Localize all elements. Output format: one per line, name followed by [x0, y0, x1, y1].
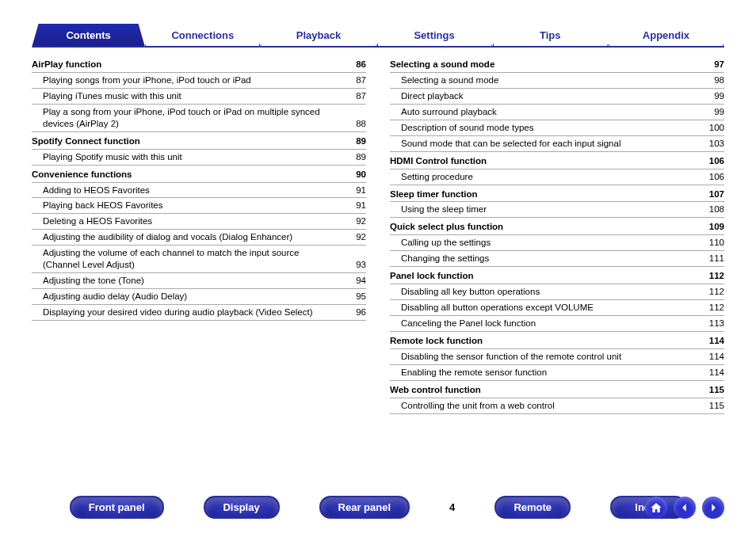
prev-page-icon[interactable]	[674, 497, 696, 519]
toc-title: HDMI Control function	[390, 155, 510, 167]
next-page-icon[interactable]	[702, 497, 724, 519]
tab-settings[interactable]: Settings	[376, 24, 493, 48]
toc-item[interactable]: Playing iTunes music with this unit87	[32, 89, 366, 105]
toc-item[interactable]: Description of sound mode types100	[390, 120, 724, 136]
toc-page: 114	[709, 367, 724, 379]
toc-page: 112	[709, 302, 724, 314]
toc-title: Web control function	[390, 384, 505, 396]
toc-heading[interactable]: Quick select plus function109	[390, 218, 724, 235]
toc-title: Playing iTunes music with this unit	[32, 90, 205, 102]
toc-item[interactable]: Disabling all key button operations112	[390, 284, 724, 300]
rear-panel-button[interactable]: Rear panel	[319, 496, 410, 519]
toc-item[interactable]: Disabling the sensor function of the rem…	[390, 349, 724, 365]
toc-page: 98	[714, 74, 724, 86]
toc-page: 114	[709, 335, 724, 347]
toc-item[interactable]: Auto surround playback99	[390, 105, 724, 120]
toc-title: Description of sound mode types	[390, 122, 557, 134]
toc-item[interactable]: Adjusting the tone (Tone)94	[32, 273, 366, 289]
toc-title: AirPlay function	[32, 59, 125, 70]
toc-page: 94	[356, 275, 366, 287]
toc-page: 115	[709, 384, 724, 396]
home-icon[interactable]	[645, 497, 667, 519]
toc-item[interactable]: Setting procedure106	[390, 169, 724, 185]
toc-page: 91	[356, 200, 366, 211]
toc-heading[interactable]: HDMI Control function106	[390, 152, 724, 169]
toc-heading[interactable]: Remote lock function114	[390, 332, 724, 349]
tab-playback[interactable]: Playback	[260, 24, 376, 48]
remote-button[interactable]: Remote	[494, 496, 571, 519]
toc-item[interactable]: Sound mode that can be selected for each…	[390, 136, 724, 152]
toc-heading[interactable]: Sleep timer function107	[390, 185, 724, 203]
toc-page: 89	[356, 151, 366, 163]
toc-title: Sound mode that can be selected for each…	[390, 138, 644, 150]
tab-appendix[interactable]: Appendix	[608, 24, 724, 48]
toc-item[interactable]: Adjusting the volume of each channel to …	[32, 246, 366, 273]
toc-item[interactable]: Adjusting the audibility of dialog and v…	[32, 230, 366, 246]
toc-item[interactable]: Playing back HEOS Favorites91	[32, 198, 366, 214]
toc-page: 115	[709, 400, 724, 412]
toc-title: Playing back HEOS Favorites	[32, 200, 186, 211]
toc-page: 107	[709, 188, 724, 200]
toc-heading[interactable]: Panel lock function112	[390, 267, 724, 284]
tab-connections[interactable]: Connections	[144, 24, 261, 48]
toc-title: Adjusting the volume of each channel to …	[32, 247, 356, 271]
toc-item[interactable]: Canceling the Panel lock function113	[390, 316, 724, 332]
toc-page: 114	[709, 351, 724, 363]
toc-item[interactable]: Enabling the remote sensor function114	[390, 365, 724, 381]
toc-item[interactable]: Play a song from your iPhone, iPod touch…	[32, 105, 366, 132]
tab-tips[interactable]: Tips	[492, 24, 609, 48]
display-button[interactable]: Display	[204, 496, 280, 519]
toc-page: 95	[356, 291, 366, 303]
toc-item[interactable]: Adjusting audio delay (Audio Delay)95	[32, 289, 366, 305]
toc-heading[interactable]: Selecting a sound mode97	[390, 55, 724, 73]
toc-item[interactable]: Displaying your desired video during aud…	[32, 305, 366, 321]
toc-page: 109	[709, 221, 724, 233]
bottom-bar: Front panel Display Rear panel 4 Remote …	[0, 496, 756, 519]
toc-title: Panel lock function	[390, 270, 497, 282]
toc-title: Play a song from your iPhone, iPod touch…	[32, 106, 356, 130]
toc-item[interactable]: Playing Spotify music with this unit89	[32, 150, 366, 166]
toc-heading[interactable]: AirPlay function86	[32, 55, 366, 73]
toc-page: 92	[356, 215, 366, 227]
toc-page: 99	[714, 106, 724, 118]
front-panel-button[interactable]: Front panel	[70, 496, 164, 519]
toc-title: Displaying your desired video during aud…	[32, 306, 337, 318]
toc-item[interactable]: Disabling all button operations except V…	[390, 300, 724, 316]
toc-page: 108	[709, 204, 724, 215]
toc-title: Setting procedure	[390, 171, 497, 183]
toc-title: Auto surround playback	[390, 106, 521, 118]
toc-item[interactable]: Controlling the unit from a web control1…	[390, 398, 724, 414]
toc-item[interactable]: Changing the settings111	[390, 251, 724, 267]
toc-page: 112	[709, 286, 724, 298]
toc-page: 99	[714, 90, 724, 102]
toc-page: 96	[356, 306, 366, 318]
toc-title: Playing songs from your iPhone, iPod tou…	[32, 74, 275, 86]
toc-page: 106	[709, 171, 724, 183]
toc-title: Playing Spotify music with this unit	[32, 151, 206, 163]
toc-title: Disabling all button operations except V…	[390, 302, 617, 314]
toc-heading[interactable]: Spotify Connect function89	[32, 132, 366, 150]
toc-item[interactable]: Playing songs from your iPhone, iPod tou…	[32, 73, 366, 89]
toc-title: Changing the settings	[390, 253, 513, 265]
top-tabs: ContentsConnectionsPlaybackSettingsTipsA…	[0, 0, 756, 48]
toc-item[interactable]: Deleting a HEOS Favorites92	[32, 214, 366, 230]
toc-title: Using the sleep timer	[390, 204, 510, 215]
toc-item[interactable]: Adding to HEOS Favorites91	[32, 183, 366, 199]
toc-title: Disabling the sensor function of the rem…	[390, 351, 645, 363]
toc-item[interactable]: Direct playback99	[390, 89, 724, 105]
toc-title: Convenience functions	[32, 169, 156, 181]
toc-page: 92	[356, 231, 366, 243]
toc-heading[interactable]: Web control function115	[390, 381, 724, 398]
toc-left-column: AirPlay function86Playing songs from you…	[32, 55, 366, 414]
toc-title: Selecting a sound mode	[390, 59, 518, 70]
toc-title: Adjusting the tone (Tone)	[32, 275, 168, 287]
toc-item[interactable]: Using the sleep timer108	[390, 202, 724, 218]
toc-title: Quick select plus function	[390, 221, 527, 233]
toc-content: AirPlay function86Playing songs from you…	[0, 48, 756, 414]
tab-contents[interactable]: Contents	[32, 24, 145, 48]
toc-title: Calling up the settings	[390, 237, 514, 249]
toc-heading[interactable]: Convenience functions90	[32, 166, 366, 183]
toc-item[interactable]: Calling up the settings110	[390, 235, 724, 251]
page-number: 4	[449, 501, 455, 513]
toc-item[interactable]: Selecting a sound mode98	[390, 73, 724, 89]
